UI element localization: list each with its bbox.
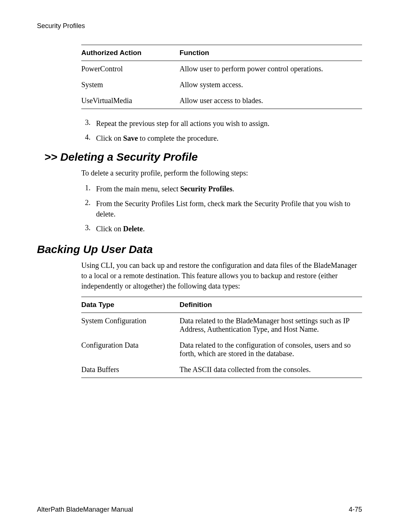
body-paragraph: To delete a security profile, perform th… <box>81 168 362 178</box>
footer-right: 4-75 <box>349 506 362 514</box>
list-text: Click on Delete. <box>96 224 362 234</box>
footer-left: AlterPath BladeManager Manual <box>37 506 133 514</box>
table-cell: Allow system access. <box>180 77 362 93</box>
table-cell: Data related to the BladeManager host se… <box>180 313 362 338</box>
table-cell: Allow user to perform power control oper… <box>180 61 362 77</box>
backup-section-content: Using CLI, you can back up and restore t… <box>81 260 362 378</box>
list-text: Repeat the previous step for all actions… <box>96 118 362 129</box>
table-header: Data Type <box>81 297 180 313</box>
heading-backing-up-user-data: Backing Up User Data <box>37 243 362 256</box>
body-paragraph: Using CLI, you can back up and restore t… <box>81 260 362 291</box>
table-row: PowerControl Allow user to perform power… <box>81 61 362 77</box>
table-header: Authorized Action <box>81 45 180 61</box>
list-item: 3. Repeat the previous step for all acti… <box>85 118 362 129</box>
list-item: 2. From the Security Profiles List form,… <box>85 198 362 219</box>
list-text: From the main menu, select Security Prof… <box>96 184 362 194</box>
list-marker: 2. <box>85 198 96 219</box>
table-cell: Allow user access to blades. <box>180 93 362 109</box>
data-type-table: Data Type Definition System Configuratio… <box>81 297 362 378</box>
table-row: UseVirtualMedia Allow user access to bla… <box>81 93 362 109</box>
table-header: Definition <box>180 297 362 313</box>
table-cell: System <box>81 77 180 93</box>
deleting-section-content: To delete a security profile, perform th… <box>81 168 362 234</box>
list-text: Click on Save to complete the procedure. <box>96 133 362 143</box>
table-row: System Configuration Data related to the… <box>81 313 362 338</box>
list-marker: 4. <box>85 133 96 143</box>
table-cell: Data Buffers <box>81 362 180 378</box>
table-cell: System Configuration <box>81 313 180 338</box>
table-cell: Data related to the configuration of con… <box>180 337 362 362</box>
list-item: 4. Click on Save to complete the procedu… <box>85 133 362 143</box>
table-row: Configuration Data Data related to the c… <box>81 337 362 362</box>
page-header-label: Security Profiles <box>37 22 362 30</box>
table-cell: Configuration Data <box>81 337 180 362</box>
table-header: Function <box>180 45 362 61</box>
main-content: Authorized Action Function PowerControl … <box>81 45 362 143</box>
authorized-action-table: Authorized Action Function PowerControl … <box>81 45 362 109</box>
table-cell: The ASCII data collected from the consol… <box>180 362 362 378</box>
list-item: 3. Click on Delete. <box>85 224 362 234</box>
page-footer: AlterPath BladeManager Manual 4-75 <box>37 506 362 514</box>
table-cell: PowerControl <box>81 61 180 77</box>
table-cell: UseVirtualMedia <box>81 93 180 109</box>
table-row: Data Buffers The ASCII data collected fr… <box>81 362 362 378</box>
list-text: From the Security Profiles List form, ch… <box>96 198 362 219</box>
list-marker: 3. <box>85 224 96 234</box>
list-item: 1. From the main menu, select Security P… <box>85 184 362 194</box>
table-row: System Allow system access. <box>81 77 362 93</box>
list-marker: 1. <box>85 184 96 194</box>
heading-deleting-security-profile: >> Deleting a Security Profile <box>44 151 362 163</box>
list-marker: 3. <box>85 118 96 129</box>
